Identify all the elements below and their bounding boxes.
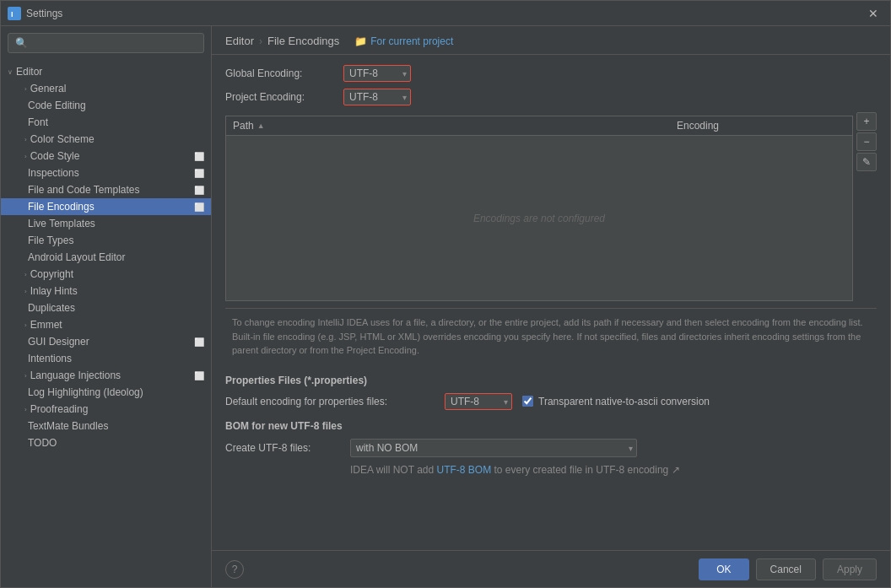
window-title: Settings (26, 8, 863, 19)
sidebar-item-font[interactable]: Font (1, 114, 211, 131)
sidebar-item-file-types[interactable]: File Types (1, 232, 211, 249)
sidebar-item-copyright[interactable]: › Copyright (1, 266, 211, 283)
sidebar-item-label: Duplicates (28, 302, 75, 314)
transparent-label[interactable]: Transparent native-to-ascii conversion (538, 396, 710, 407)
global-encoding-label: Global Encoding: (225, 67, 343, 79)
global-encoding-dropdown-wrapper: UTF-8 (343, 65, 411, 82)
sidebar-item-label: Code Editing (28, 100, 86, 111)
sidebar-item-proofreading[interactable]: › Proofreading (1, 401, 211, 418)
col-path-header: Path ▲ (233, 120, 677, 132)
sidebar-item-color-scheme[interactable]: › Color Scheme (1, 131, 211, 148)
settings-icon: ⬜ (194, 202, 204, 212)
svg-text:I: I (11, 10, 14, 19)
sidebar-item-live-templates[interactable]: Live Templates (1, 215, 211, 232)
breadcrumb-current: File Encodings (267, 35, 339, 47)
help-icon: ? (232, 564, 238, 575)
idea-info-text2: to every created file in UTF-8 encoding … (494, 464, 680, 476)
table-header: Path ▲ Encoding (226, 116, 852, 136)
edit-encoding-button[interactable]: ✎ (856, 153, 877, 171)
sidebar-item-language-injections[interactable]: › Language Injections ⬜ (1, 367, 211, 384)
bom-section: BOM for new UTF-8 files Create UTF-8 fil… (225, 420, 877, 476)
search-input[interactable] (8, 33, 204, 53)
settings-icon: ⬜ (194, 371, 204, 380)
settings-icon: ⬜ (194, 152, 204, 161)
sidebar: ∨ Editor › General Code Editing Font › C… (1, 26, 212, 587)
global-encoding-select[interactable]: UTF-8 (343, 65, 411, 82)
sidebar-item-general[interactable]: › General (1, 80, 211, 97)
sidebar-item-todo[interactable]: TODO (1, 434, 211, 451)
global-encoding-row: Global Encoding: UTF-8 (225, 65, 877, 82)
sidebar-item-gui-designer[interactable]: GUI Designer ⬜ (1, 333, 211, 350)
sidebar-item-label: Emmet (30, 319, 62, 331)
expand-arrow: › (24, 406, 27, 413)
sidebar-item-label: Code Style (30, 150, 80, 162)
sidebar-item-label: Font (28, 116, 48, 128)
empty-message: Encodings are not configured (473, 213, 605, 224)
sidebar-item-label: Android Layout Editor (28, 251, 125, 263)
sidebar-item-intentions[interactable]: Intentions (1, 350, 211, 367)
sidebar-item-duplicates[interactable]: Duplicates (1, 299, 211, 316)
sidebar-item-label: TextMate Bundles (28, 420, 108, 432)
sidebar-item-code-editing[interactable]: Code Editing (1, 97, 211, 114)
sidebar-item-label: Log Highlighting (Ideolog) (28, 386, 143, 398)
encoding-table: Path ▲ Encoding Encodings are not config… (225, 116, 853, 301)
project-encoding-row: Project Encoding: UTF-8 (225, 89, 877, 105)
help-button[interactable]: ? (225, 560, 244, 579)
project-encoding-dropdown-wrapper: UTF-8 (343, 89, 411, 105)
sidebar-item-label: TODO (28, 437, 57, 449)
sidebar-item-emmet[interactable]: › Emmet (1, 316, 211, 333)
expand-arrow: › (24, 153, 27, 160)
bom-dropdown-wrapper: with NO BOM with BOM with BOM if there i… (350, 439, 637, 457)
app-icon: I (8, 7, 21, 20)
footer-buttons: OK Cancel Apply (699, 558, 877, 580)
expand-arrow: › (24, 288, 27, 295)
apply-button[interactable]: Apply (823, 558, 877, 580)
sidebar-item-textmate-bundles[interactable]: TextMate Bundles (1, 418, 211, 434)
sidebar-item-label: General (30, 83, 67, 94)
close-button[interactable]: ✕ (863, 5, 883, 22)
sidebar-item-inspections[interactable]: Inspections ⬜ (1, 165, 211, 181)
sidebar-item-label: File Encodings (28, 201, 94, 213)
settings-icon: ⬜ (194, 186, 204, 195)
sidebar-item-inlay-hints[interactable]: › Inlay Hints (1, 283, 211, 299)
table-action-buttons: + − ✎ (856, 112, 877, 301)
sidebar-item-label: Proofreading (30, 403, 89, 415)
transparent-checkbox-row: Transparent native-to-ascii conversion (522, 396, 710, 407)
sidebar-item-label: Inlay Hints (30, 285, 78, 297)
sidebar-item-file-code-templates[interactable]: File and Code Templates ⬜ (1, 181, 211, 198)
sidebar-item-label: Language Injections (30, 370, 121, 381)
table-section: Path ▲ Encoding Encodings are not config… (225, 112, 877, 301)
col-encoding-header: Encoding (677, 120, 845, 132)
add-encoding-button[interactable]: + (856, 112, 877, 131)
idea-info-row: IDEA will NOT add UTF-8 BOM to every cre… (225, 464, 877, 476)
cancel-button[interactable]: Cancel (756, 558, 816, 580)
footer: ? OK Cancel Apply (212, 550, 890, 587)
sidebar-item-label: Live Templates (28, 218, 95, 229)
create-label: Create UTF-8 files: (225, 442, 343, 454)
remove-encoding-button[interactable]: − (856, 132, 877, 151)
sidebar-item-editor[interactable]: ∨ Editor (1, 63, 211, 80)
sidebar-item-code-style[interactable]: › Code Style ⬜ (1, 148, 211, 165)
expand-arrow: › (24, 271, 27, 278)
sidebar-tree: ∨ Editor › General Code Editing Font › C… (1, 60, 211, 587)
sidebar-item-file-encodings[interactable]: File Encodings ⬜ (1, 198, 211, 215)
table-body: Encodings are not configured (226, 136, 852, 300)
expand-arrow: › (24, 321, 27, 329)
expand-arrow: › (24, 85, 27, 93)
for-current-project-link[interactable]: 📁 For current project (354, 35, 453, 47)
default-encoding-row: Default encoding for properties files: U… (225, 393, 877, 410)
sidebar-item-label: Inspections (28, 167, 79, 179)
project-encoding-select[interactable]: UTF-8 (343, 89, 411, 105)
settings-icon: ⬜ (194, 169, 204, 178)
ok-button[interactable]: OK (699, 558, 748, 580)
sort-arrow: ▲ (257, 121, 265, 130)
expand-arrow: ∨ (8, 68, 13, 76)
sidebar-item-log-highlighting[interactable]: Log Highlighting (Ideolog) (1, 384, 211, 401)
settings-icon: ⬜ (194, 337, 204, 347)
create-utf8-select[interactable]: with NO BOM with BOM with BOM if there i… (350, 439, 637, 457)
utf8-bom-link[interactable]: UTF-8 BOM (436, 464, 491, 476)
properties-section-title: Properties Files (*.properties) (225, 375, 877, 386)
transparent-checkbox[interactable] (522, 396, 533, 407)
properties-encoding-select[interactable]: UTF-8 (445, 393, 512, 410)
sidebar-item-android-layout[interactable]: Android Layout Editor (1, 249, 211, 266)
